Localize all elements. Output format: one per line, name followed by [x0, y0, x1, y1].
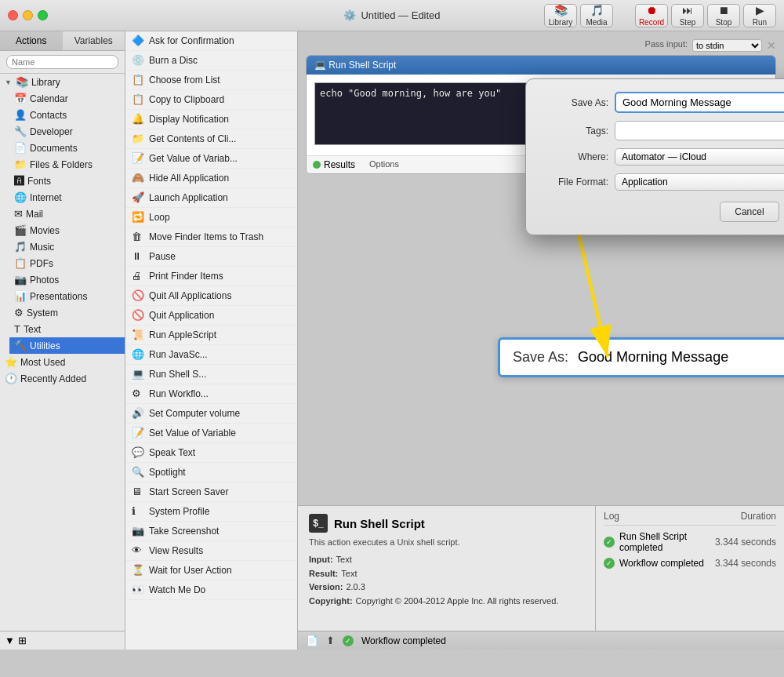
- results-tab[interactable]: Results: [307, 156, 361, 173]
- action-set-volume[interactable]: 🔊 Set Computer volume: [125, 404, 297, 424]
- action-run-shell[interactable]: 💻 Run Shell S...: [125, 365, 297, 384]
- action-loop[interactable]: 🔁 Loop: [125, 208, 297, 227]
- sidebar-footer-grid[interactable]: ⊞: [18, 635, 27, 646]
- sidebar-item-music[interactable]: 🎵 Music: [9, 238, 125, 255]
- sidebar-item-photos[interactable]: 📷 Photos: [9, 271, 125, 288]
- media-button[interactable]: 🎵 Media: [580, 4, 613, 27]
- action-quit-all[interactable]: 🚫 Quit All Applications: [125, 286, 297, 306]
- sidebar-footer-arrow[interactable]: ▼: [5, 635, 15, 646]
- action-icon-applescript: 📜: [132, 329, 144, 341]
- step-button[interactable]: ⏭ Step: [671, 4, 704, 27]
- sidebar-item-utilities[interactable]: 🔨 Utilities: [9, 337, 125, 354]
- options-tab[interactable]: Options: [361, 156, 407, 173]
- record-button[interactable]: ⏺ Record: [635, 4, 668, 27]
- action-quit-app[interactable]: 🚫 Quit Application: [125, 306, 297, 326]
- maximize-button[interactable]: [38, 10, 48, 20]
- sidebar-item-pdfs[interactable]: 📋 PDFs: [9, 255, 125, 271]
- action-spotlight[interactable]: 🔍 Spotlight: [125, 463, 297, 482]
- action-set-variable[interactable]: 📝 Set Value of Variable: [125, 424, 297, 443]
- sidebar-item-mostused[interactable]: ⭐ Most Used: [0, 354, 125, 370]
- run-button[interactable]: ▶ Run: [743, 4, 776, 27]
- action-ask-confirmation[interactable]: 🔷 Ask for Confirmation: [125, 31, 297, 51]
- shell-icon: $_: [309, 514, 328, 533]
- action-burn-disc[interactable]: 💿 Burn a Disc: [125, 51, 297, 71]
- action-launch-app[interactable]: 🚀 Launch Application: [125, 188, 297, 208]
- save-as-label: Save As:: [542, 97, 608, 108]
- pdfs-icon: 📋: [14, 257, 27, 269]
- utilities-icon: 🔨: [14, 340, 27, 351]
- sidebar-item-documents[interactable]: 📄 Documents: [9, 140, 125, 156]
- log-check-2: ✓: [604, 558, 615, 569]
- sidebar-item-calendar[interactable]: 📅 Calendar: [9, 90, 125, 107]
- stop-button[interactable]: ⏹ Stop: [707, 4, 740, 27]
- action-run-javascript[interactable]: 🌐 Run JavaSc...: [125, 345, 297, 365]
- action-speak-text[interactable]: 💬 Speak Text: [125, 443, 297, 463]
- action-icon-loop: 🔁: [132, 211, 144, 224]
- card-close-button[interactable]: ✕: [767, 39, 776, 52]
- action-get-contents[interactable]: 📁 Get Contents of Cli...: [125, 129, 297, 149]
- close-button[interactable]: [8, 10, 18, 20]
- sidebar-item-library[interactable]: ▼ 📚 Library: [0, 74, 125, 90]
- action-watch-me[interactable]: 👀 Watch Me Do: [125, 581, 297, 600]
- action-take-screenshot[interactable]: 📷 Take Screenshot: [125, 522, 297, 541]
- copyright-value: Copyright © 2004-2012 Apple Inc. All rig…: [356, 596, 559, 606]
- action-wait-user[interactable]: ⏳ Wait for User Action: [125, 561, 297, 581]
- version-label: Version:: [309, 582, 343, 591]
- info-left: $_ Run Shell Script This action executes…: [298, 506, 596, 631]
- where-select[interactable]: Automator — iCloud Desktop Documents: [615, 148, 784, 166]
- save-as-input[interactable]: [615, 92, 784, 113]
- file-format-select[interactable]: Application Workflow Service Print Plugi…: [615, 173, 784, 191]
- sidebar-item-internet[interactable]: 🌐 Internet: [9, 189, 125, 206]
- action-move-trash[interactable]: 🗑 Move Finder Items to Trash: [125, 227, 297, 247]
- action-icon-setvariable: 📝: [132, 427, 144, 439]
- action-icon-pause: ⏸: [132, 250, 144, 263]
- tab-variables[interactable]: Variables: [63, 31, 125, 50]
- action-run-workflow[interactable]: ⚙ Run Workflo...: [125, 384, 297, 404]
- sidebar-item-developer[interactable]: 🔧 Developer: [9, 123, 125, 140]
- sidebar-item-movies[interactable]: 🎬 Movies: [9, 222, 125, 238]
- action-pause[interactable]: ⏸ Pause: [125, 247, 297, 267]
- sidebar-item-presentations[interactable]: 📊 Presentations: [9, 288, 125, 304]
- action-copy-clipboard[interactable]: 📋 Copy to Clipboard: [125, 90, 297, 110]
- info-right: Log Duration ✓ Run Shell Script complete…: [596, 506, 784, 631]
- tags-input[interactable]: [615, 121, 784, 140]
- minimize-button[interactable]: [23, 10, 33, 20]
- action-hide-app[interactable]: 🙈 Hide All Application: [125, 169, 297, 188]
- action-icon-spotlight: 🔍: [132, 466, 144, 479]
- sidebar: Actions Variables ▼ 📚 Library 📅 Calendar…: [0, 31, 125, 650]
- action-system-profile[interactable]: ℹ System Profile: [125, 502, 297, 522]
- action-print-finder[interactable]: 🖨 Print Finder Items: [125, 267, 297, 286]
- sidebar-item-files[interactable]: 📁 Files & Folders: [9, 156, 125, 173]
- pass-input-select[interactable]: to stdin as arguments: [692, 39, 762, 52]
- card-header-icon: 💻: [314, 60, 326, 71]
- action-view-results[interactable]: 👁 View Results: [125, 541, 297, 561]
- tab-actions[interactable]: Actions: [0, 31, 63, 50]
- action-get-value[interactable]: 📝 Get Value of Variab...: [125, 149, 297, 169]
- log-text-2: Workflow completed: [619, 558, 710, 569]
- sidebar-item-recentlyadded[interactable]: 🕐 Recently Added: [0, 370, 125, 387]
- info-panel: $_ Run Shell Script This action executes…: [298, 505, 784, 631]
- action-icon-quitall: 🚫: [132, 289, 144, 302]
- sidebar-item-contacts[interactable]: 👤 Contacts: [9, 107, 125, 123]
- action-start-screensaver[interactable]: 🖥 Start Screen Saver: [125, 482, 297, 502]
- action-icon-javascript: 🌐: [132, 348, 144, 361]
- sidebar-item-system[interactable]: ⚙ System: [9, 304, 125, 321]
- cancel-button[interactable]: Cancel: [720, 202, 779, 222]
- log-label: Log: [604, 511, 619, 522]
- photos-icon: 📷: [14, 274, 27, 286]
- titlebar: ⚙️ Untitled — Edited 📚 Library 🎵 Media ⏺…: [0, 0, 784, 31]
- action-choose-list[interactable]: 📋 Choose from List: [125, 71, 297, 90]
- log-duration-2: 3.344 seconds: [715, 558, 776, 569]
- media-icon: 🎵: [590, 4, 604, 16]
- sidebar-item-text[interactable]: T Text: [9, 321, 125, 337]
- sidebar-item-mail[interactable]: ✉ Mail: [9, 206, 125, 222]
- library-button[interactable]: 📚 Library: [544, 4, 577, 27]
- music-icon: 🎵: [14, 241, 27, 253]
- search-input[interactable]: [6, 55, 118, 69]
- zoom-input[interactable]: [578, 349, 784, 366]
- action-run-applescript[interactable]: 📜 Run AppleScript: [125, 326, 297, 345]
- action-display-notification[interactable]: 🔔 Display Notification: [125, 110, 297, 129]
- where-label: Where:: [542, 151, 608, 162]
- input-label: Input:: [309, 555, 333, 564]
- sidebar-item-fonts[interactable]: 🅰 Fonts: [9, 173, 125, 189]
